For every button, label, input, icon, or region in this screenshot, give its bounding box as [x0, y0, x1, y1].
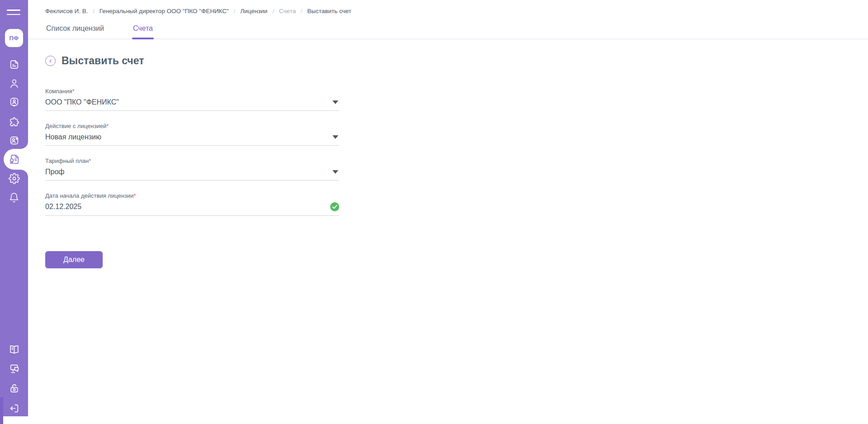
license-action-value: Новая лицензию	[45, 133, 101, 141]
breadcrumb-separator: /	[301, 8, 303, 14]
page-content: Выставить счет Компания* ООО "ПКО "ФЕНИК…	[28, 39, 868, 268]
breadcrumb-separator: /	[234, 8, 236, 14]
check-circle-icon	[330, 202, 339, 211]
chevron-down-icon	[332, 135, 339, 139]
menu-icon	[7, 14, 20, 15]
start-date-value: 02.12.2025	[45, 203, 81, 211]
required-mark: *	[106, 123, 109, 129]
tab-license-list[interactable]: Список лицензий	[45, 20, 105, 38]
sidebar-item-documents[interactable]	[0, 55, 28, 74]
sidebar-item-add-user[interactable]	[0, 131, 28, 150]
app-logo-text: ПФ	[9, 35, 19, 42]
sidebar-item-logout[interactable]	[0, 399, 28, 418]
puzzle-icon	[9, 116, 20, 128]
app-logo[interactable]: ПФ	[5, 29, 23, 47]
start-date-input[interactable]: 02.12.2025	[45, 202, 339, 216]
sidebar-item-profile[interactable]	[0, 74, 28, 93]
chevron-down-icon	[332, 170, 339, 174]
tariff-plan-value: Проф	[45, 168, 64, 176]
license-icon	[8, 153, 20, 165]
sidebar-item-notifications[interactable]	[0, 188, 28, 207]
field-license-action: Действие с лицензией* Новая лицензию	[45, 123, 339, 146]
file-icon	[9, 59, 20, 70]
field-company-label: Компания*	[45, 88, 339, 95]
license-action-select[interactable]: Новая лицензию	[45, 133, 339, 146]
sidebar-item-licenses[interactable]	[0, 150, 28, 169]
sidebar-item-settings[interactable]	[0, 169, 28, 188]
label-text: Компания	[45, 88, 72, 95]
sidebar-item-support[interactable]	[0, 359, 28, 378]
sidebar-item-knowledge-base[interactable]	[0, 340, 28, 359]
main-area: Феклисов И. В. / Генеральный директор ОО…	[28, 0, 868, 268]
id-card-icon	[9, 96, 20, 108]
user-plus-icon	[9, 135, 20, 146]
sidebar-item-integrations[interactable]	[0, 112, 28, 131]
required-mark: *	[133, 192, 136, 199]
invoice-form: Компания* ООО "ПКО "ФЕНИКС" Действие с л…	[45, 88, 339, 268]
breadcrumb-item-role[interactable]: Генеральный директор ООО "ПКО "ФЕНИКС"	[100, 8, 229, 14]
logout-icon	[9, 403, 20, 414]
menu-button[interactable]	[7, 7, 21, 17]
chevron-down-icon	[332, 100, 339, 104]
field-start-date: Дата начала действия лицензии* 02.12.202…	[45, 192, 339, 216]
page-title: Выставить счет	[62, 55, 144, 67]
menu-icon	[7, 10, 20, 11]
next-button[interactable]: Далее	[45, 251, 103, 268]
breadcrumb-item-current: Выставить счет	[307, 8, 351, 14]
unlock-icon	[9, 383, 20, 394]
field-license-action-label: Действие с лицензией*	[45, 123, 339, 129]
label-text: Дата начала действия лицензии	[45, 192, 133, 199]
field-tariff-plan-label: Тарифный план*	[45, 157, 339, 164]
required-mark: *	[72, 88, 75, 95]
gear-icon	[9, 173, 20, 184]
back-button[interactable]	[45, 56, 56, 66]
breadcrumb-item-invoices: Счета	[279, 8, 296, 14]
label-text: Действие с лицензией	[45, 123, 106, 129]
breadcrumb-separator: /	[272, 8, 274, 14]
circle-chevron-left-icon	[47, 58, 54, 64]
label-text: Тарифный план	[45, 157, 89, 164]
tab-invoices[interactable]: Счета	[132, 20, 154, 38]
company-value: ООО "ПКО "ФЕНИКС"	[45, 98, 119, 106]
breadcrumb-item-licenses[interactable]: Лицензии	[240, 8, 267, 14]
breadcrumb-item-user[interactable]: Феклисов И. В.	[45, 8, 88, 14]
sidebar-item-contacts[interactable]	[0, 92, 28, 111]
sidebar-scroll-edge	[0, 397, 3, 424]
user-icon	[9, 78, 20, 89]
page-header: Выставить счет	[45, 55, 868, 67]
company-select[interactable]: ООО "ПКО "ФЕНИКС"	[45, 98, 339, 111]
breadcrumb: Феклисов И. В. / Генеральный директор ОО…	[28, 0, 868, 14]
field-start-date-label: Дата начала действия лицензии*	[45, 192, 339, 199]
breadcrumb-separator: /	[93, 8, 95, 14]
required-mark: *	[89, 157, 91, 164]
book-icon	[9, 344, 20, 355]
sidebar-item-security[interactable]	[0, 379, 28, 398]
tariff-plan-select[interactable]: Проф	[45, 167, 339, 181]
support-chat-icon	[9, 363, 20, 374]
field-company: Компания* ООО "ПКО "ФЕНИКС"	[45, 88, 339, 111]
tab-bar: Список лицензий Счета	[28, 20, 868, 39]
bell-icon	[9, 192, 19, 203]
field-tariff-plan: Тарифный план* Проф	[45, 157, 339, 181]
sidebar: ПФ	[0, 0, 28, 416]
